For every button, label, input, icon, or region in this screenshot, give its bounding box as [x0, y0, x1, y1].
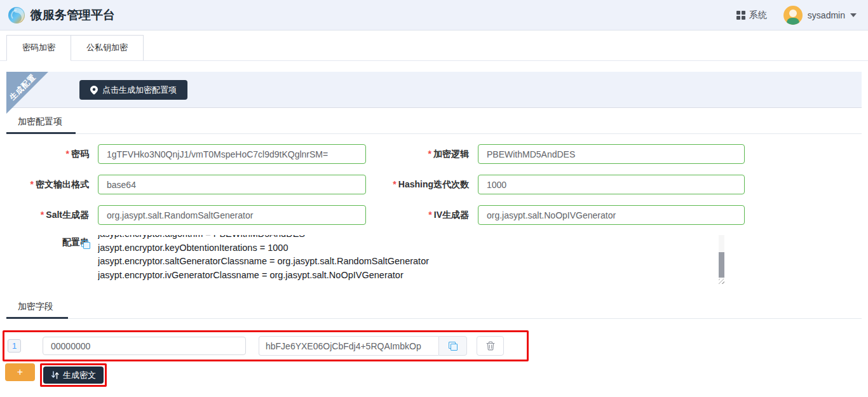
iv-generator-field[interactable] [478, 205, 745, 225]
section-title-fields: 加密字段 [6, 301, 862, 313]
ciphertext-output[interactable] [259, 336, 438, 356]
generate-config-label: 点击生成加密配置项 [102, 84, 177, 96]
system-menu[interactable]: 系统 [736, 10, 767, 21]
ciphertext-group [259, 336, 467, 356]
annotation-red-box-button: 生成密文 [40, 363, 107, 387]
chevron-down-icon [850, 13, 857, 17]
actions-row: + 生成密文 [5, 363, 868, 387]
config-line: jasypt.encryptor.keyObtentionIterations … [98, 241, 715, 255]
field-label-iv-generator: *IV生成器 [375, 210, 469, 221]
copy-icon [449, 342, 458, 351]
config-string-row: 配置串 jasypt.encryptor.algorithm = PBEWith… [6, 235, 862, 284]
config-line: jasypt.encryptor.saltGeneratorClassname … [98, 255, 715, 269]
app-logo-icon [8, 6, 25, 24]
corner-ribbon: 生成配置 [6, 72, 48, 114]
brand: 微服务管理平台 [8, 6, 115, 24]
section-underline [6, 318, 862, 319]
section-title-config: 加密配置项 [6, 116, 862, 128]
system-menu-label: 系统 [749, 10, 767, 21]
page-title: 微服务管理平台 [31, 7, 115, 24]
user-menu[interactable]: sysadmin [783, 6, 857, 25]
encrypt-config-form: *密码 *加密逻辑 *密文输出格式 *Hashing迭代次数 *Salt生成器 … [6, 144, 862, 225]
config-string-label: 配置串 [6, 235, 89, 284]
copy-ciphertext-button[interactable] [438, 336, 467, 356]
field-label-algorithm: *加密逻辑 [375, 149, 469, 160]
generate-config-button[interactable]: 点击生成加密配置项 [79, 80, 187, 100]
tab-password-encrypt[interactable]: 密码加密 [6, 35, 71, 61]
algorithm-field[interactable] [478, 144, 745, 164]
add-row-button[interactable]: + [5, 363, 35, 381]
section-underline [6, 133, 862, 134]
output-format-field[interactable] [98, 175, 366, 194]
plus-icon: + [17, 367, 23, 377]
password-field[interactable] [98, 144, 366, 164]
username: sysadmin [808, 10, 845, 20]
sort-arrows-icon [51, 371, 59, 379]
grid-icon [736, 11, 745, 20]
tab-keypair-encrypt[interactable]: 公私钥加密 [71, 35, 144, 60]
row-index-badge: 1 [8, 339, 21, 353]
field-label-hash-iterations: *Hashing迭代次数 [375, 179, 469, 191]
field-label-salt-generator: *Salt生成器 [6, 210, 89, 221]
scrollbar-thumb[interactable] [719, 252, 724, 278]
avatar [783, 6, 803, 25]
field-label-password: *密码 [6, 149, 89, 160]
config-line: jasypt.encryptor.ivGeneratorClassname = … [98, 269, 715, 283]
generate-config-band: 生成配置 点击生成加密配置项 [6, 72, 862, 108]
generate-cipher-button[interactable]: 生成密文 [43, 367, 104, 384]
salt-generator-field[interactable] [98, 205, 366, 225]
scrollbar[interactable] [719, 235, 724, 279]
config-line: jasypt.encryptor.algorithm = PBEWithMD5A… [98, 235, 715, 241]
config-string-textarea[interactable]: jasypt.encryptor.algorithm = PBEWithMD5A… [98, 235, 724, 284]
field-label-output-format: *密文输出格式 [6, 179, 89, 191]
plaintext-input[interactable] [43, 337, 246, 355]
copy-icon[interactable] [81, 240, 90, 249]
hash-iterations-field[interactable] [478, 175, 745, 194]
location-pin-icon [90, 86, 98, 95]
trash-icon [486, 341, 495, 351]
delete-row-button[interactable] [477, 336, 504, 356]
app-header: 微服务管理平台 系统 sysadmin [0, 0, 868, 30]
tab-bar: 密码加密 公私钥加密 [0, 30, 868, 61]
generate-cipher-label: 生成密文 [63, 370, 96, 381]
resize-grip-icon[interactable] [719, 279, 724, 284]
annotation-red-box-row: 1 [3, 330, 529, 361]
ribbon-label: 生成配置 [6, 70, 40, 104]
